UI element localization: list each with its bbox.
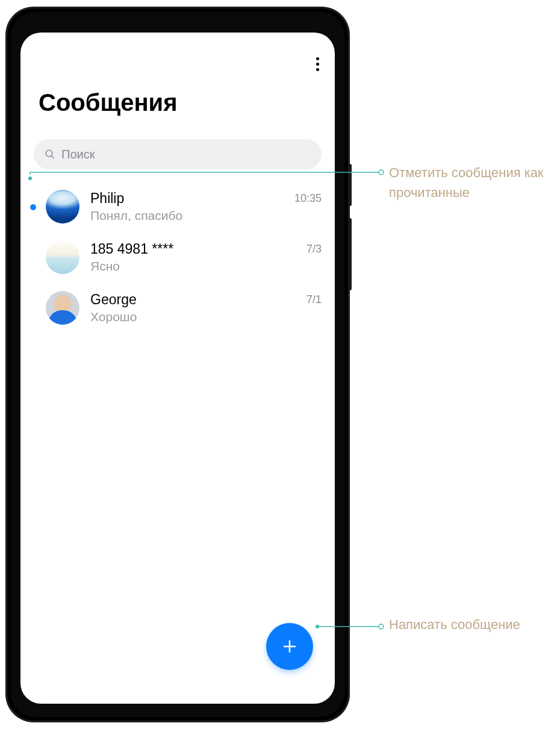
search-container: Поиск (20, 121, 335, 175)
more-options-button[interactable] (308, 55, 326, 73)
app-header (20, 49, 335, 76)
conversation-name: George (90, 292, 306, 308)
conversation-main: George Хорошо (90, 292, 306, 324)
conversation-preview: Ясно (90, 259, 306, 274)
conversation-preview: Понял, спасибо (90, 208, 294, 223)
conversation-time: 7/3 (306, 243, 322, 255)
screen: Сообщения Поиск Philip Понял, спас (20, 33, 335, 704)
status-bar (20, 33, 335, 49)
unread-indicator (30, 204, 36, 210)
conversation-main: Philip Понял, спасибо (90, 190, 294, 223)
svg-point-8 (379, 624, 384, 629)
conversation-time: 10:35 (294, 192, 322, 205)
compose-button[interactable] (266, 623, 313, 670)
conversation-row[interactable]: Philip Понял, спасибо 10:35 (20, 181, 335, 232)
search-placeholder: Поиск (61, 148, 95, 161)
search-input[interactable]: Поиск (34, 139, 322, 169)
plus-icon (281, 637, 299, 655)
callout-compose: Написать сообщение (389, 615, 520, 634)
phone-bezel: Сообщения Поиск Philip Понял, спас (11, 12, 344, 717)
svg-point-0 (46, 150, 52, 157)
conversation-list: Philip Понял, спасибо 10:35 185 4981 ***… (20, 175, 335, 333)
conversation-row[interactable]: 185 4981 **** Ясно 7/3 (20, 232, 335, 283)
svg-line-1 (51, 155, 54, 158)
conversation-time: 7/1 (306, 293, 322, 306)
conversation-row[interactable]: George Хорошо 7/1 (20, 283, 335, 333)
avatar (46, 240, 79, 274)
page-title: Сообщения (20, 76, 335, 121)
conversation-main: 185 4981 **** Ясно (90, 241, 306, 274)
search-icon (45, 149, 55, 160)
phone-side-button (348, 218, 352, 290)
phone-frame: Сообщения Поиск Philip Понял, спас (6, 7, 349, 722)
conversation-name: Philip (90, 190, 294, 207)
conversation-preview: Хорошо (90, 310, 306, 324)
conversation-name: 185 4981 **** (90, 241, 306, 258)
callout-mark-read: Отметить сообщения как прочитанные (389, 163, 546, 202)
phone-side-button (348, 164, 352, 206)
avatar (46, 190, 79, 224)
svg-point-5 (379, 170, 384, 175)
avatar (46, 291, 79, 325)
